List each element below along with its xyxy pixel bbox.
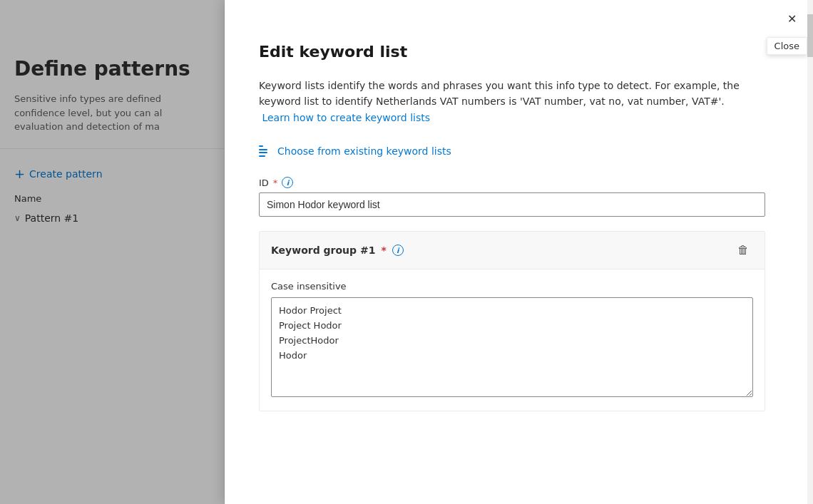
case-insensitive-label: Case insensitive xyxy=(271,281,753,292)
close-x-button[interactable]: ✕ xyxy=(782,9,802,29)
edit-keyword-list-panel: ✕ Close Edit keyword list Keyword lists … xyxy=(225,0,813,504)
list-icon-bar-3 xyxy=(259,152,267,153)
close-tooltip[interactable]: Close xyxy=(767,37,807,55)
description-text: Keyword lists identify the words and phr… xyxy=(259,80,740,107)
id-label-row: ID * i xyxy=(259,177,779,188)
keyword-group-required-star: * xyxy=(381,245,386,256)
id-required-star: * xyxy=(273,178,278,188)
scrollbar-thumb[interactable] xyxy=(807,14,813,57)
list-icon-bar-4 xyxy=(259,155,265,157)
keyword-textarea-wrapper: Hodor Project Project Hodor ProjectHodor… xyxy=(271,297,753,399)
id-info-icon[interactable]: i xyxy=(282,177,293,188)
id-field-row: ID * i xyxy=(259,177,779,217)
choose-section[interactable]: Choose from existing keyword lists xyxy=(259,145,779,157)
modal-title: Edit keyword list xyxy=(259,43,779,61)
list-icon xyxy=(259,145,270,157)
keyword-group-body: Case insensitive Hodor Project Project H… xyxy=(260,269,765,411)
choose-existing-label[interactable]: Choose from existing keyword lists xyxy=(277,145,451,157)
keyword-group-info-icon[interactable]: i xyxy=(392,245,404,256)
id-label-text: ID xyxy=(259,178,269,188)
scrollbar-track[interactable] xyxy=(807,0,813,504)
keyword-group-box: Keyword group #1 * i 🗑 Case insensitive … xyxy=(259,231,765,411)
id-input[interactable] xyxy=(259,192,765,217)
keyword-group-title: Keyword group #1 * i xyxy=(271,245,404,256)
modal-description: Keyword lists identify the words and phr… xyxy=(259,78,744,125)
modal-content-area: Edit keyword list Keyword lists identify… xyxy=(225,0,813,454)
keyword-textarea[interactable]: Hodor Project Project Hodor ProjectHodor… xyxy=(271,297,753,397)
keyword-group-delete-button[interactable]: 🗑 xyxy=(733,240,753,260)
keyword-group-label-text: Keyword group #1 xyxy=(271,245,375,256)
keyword-group-header: Keyword group #1 * i 🗑 xyxy=(260,232,765,269)
list-icon-bar-1 xyxy=(259,145,263,147)
learn-how-link[interactable]: Learn how to create keyword lists xyxy=(262,112,430,123)
list-icon-bar-2 xyxy=(259,149,267,150)
